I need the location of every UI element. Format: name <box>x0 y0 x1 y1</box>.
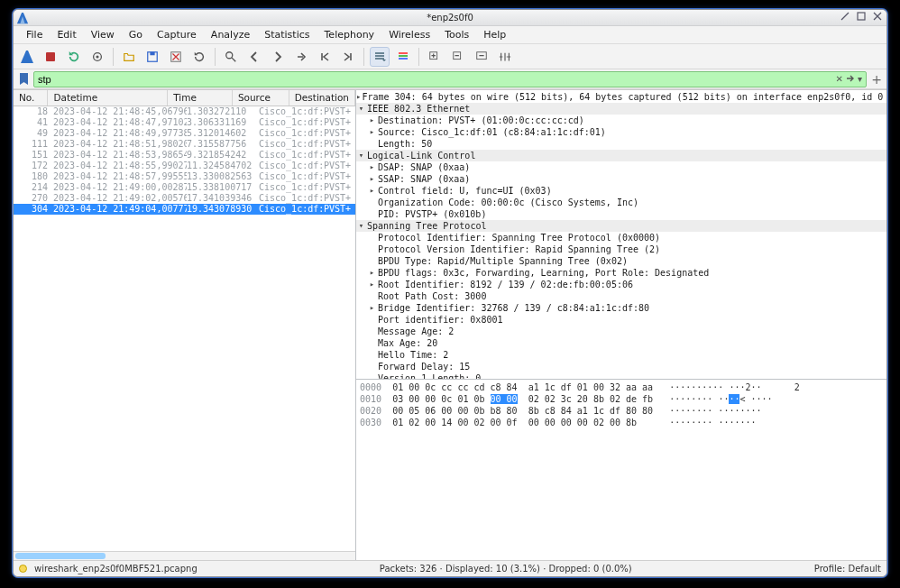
col-header-datetime[interactable]: Datetime <box>48 90 168 106</box>
packet-row[interactable]: 1112023-04-12 21:48:51,9802026…7.3155877… <box>14 139 355 150</box>
menu-telephony[interactable]: Telephony <box>317 27 382 42</box>
collapse-icon[interactable]: ▾ <box>356 221 366 231</box>
tree-stp-protoid[interactable]: Protocol Identifier: Spanning Tree Proto… <box>378 232 660 243</box>
tree-frame[interactable]: Frame 304: 64 bytes on wire (512 bits), … <box>362 91 883 103</box>
go-last-button[interactable] <box>338 47 358 67</box>
titlebar[interactable]: *enp2s0f0 <box>14 10 886 26</box>
go-forward-button[interactable] <box>268 47 288 67</box>
filter-dropdown-icon[interactable]: ▾ <box>858 74 862 84</box>
tree-eth-len[interactable]: Length: 50 <box>378 138 432 150</box>
tree-stp-flags[interactable]: BPDU flags: 0x3c, Forwarding, Learning, … <box>378 267 709 279</box>
tree-llc-dsap[interactable]: DSAP: SNAP (0xaa) <box>378 161 470 173</box>
col-header-time[interactable]: Time <box>168 90 233 106</box>
minimize-button[interactable] <box>840 11 850 22</box>
menu-help[interactable]: Help <box>476 27 513 42</box>
tree-stp-maxage[interactable]: Max Age: 20 <box>378 337 437 349</box>
tree-stp-bridge[interactable]: Bridge Identifier: 32768 / 139 / c8:84:a… <box>378 302 649 314</box>
packet-row[interactable]: 1722023-04-12 21:48:55,9902795…11.324584… <box>14 161 355 171</box>
save-file-button[interactable] <box>142 47 162 67</box>
collapse-icon[interactable]: ▾ <box>356 151 366 161</box>
packet-row[interactable]: 412023-04-12 21:48:47,9710206…3.30633116… <box>14 117 355 128</box>
colorize-button[interactable] <box>393 47 413 67</box>
menu-analyze[interactable]: Analyze <box>204 27 257 42</box>
packet-details-tree[interactable]: ▸Frame 304: 64 bytes on wire (512 bits),… <box>356 90 886 380</box>
menu-statistics[interactable]: Statistics <box>257 27 317 42</box>
packet-list-header[interactable]: No. Datetime Time Source Destination <box>14 90 355 106</box>
bookmark-icon[interactable] <box>17 73 30 86</box>
open-file-button[interactable] <box>119 47 139 67</box>
tree-eth[interactable]: IEEE 802.3 Ethernet <box>367 103 470 115</box>
packet-row[interactable]: 2142023-04-12 21:49:00,0028755…15.338100… <box>14 182 355 193</box>
close-button[interactable] <box>872 11 883 22</box>
filter-apply-icon[interactable] <box>846 74 855 84</box>
capture-options-button[interactable] <box>87 47 107 67</box>
packet-row[interactable]: 492023-04-12 21:48:49,9773895…5.31201460… <box>14 128 355 139</box>
menu-edit[interactable]: Edit <box>50 27 83 42</box>
expand-icon[interactable]: ▸ <box>367 303 377 313</box>
autoscroll-button[interactable] <box>370 47 390 67</box>
tree-stp-msgage[interactable]: Message Age: 2 <box>378 326 454 337</box>
resize-columns-button[interactable] <box>495 47 515 67</box>
packet-list[interactable]: 182023-04-12 21:48:45,0679669…1.30327211… <box>14 106 355 551</box>
expand-icon[interactable]: ▸ <box>356 92 361 102</box>
packet-row[interactable]: 1512023-04-12 21:48:53,9865490…9.3218542… <box>14 150 355 161</box>
packet-list-scrollbar[interactable] <box>14 551 355 560</box>
display-filter-input[interactable] <box>38 74 836 85</box>
col-header-destination[interactable]: Destination <box>289 90 355 106</box>
col-header-source[interactable]: Source <box>233 90 289 106</box>
status-profile[interactable]: Profile: Default <box>814 564 881 574</box>
packet-row[interactable]: 1802023-04-12 21:48:57,9955574…13.330082… <box>14 171 355 182</box>
expert-info-icon[interactable] <box>19 565 27 573</box>
tree-llc-pid[interactable]: PID: PVSTP+ (0x010b) <box>378 208 486 220</box>
zoom-out-button[interactable] <box>448 47 468 67</box>
expand-icon[interactable]: ▸ <box>367 115 377 125</box>
go-first-button[interactable] <box>315 47 335 67</box>
collapse-icon[interactable]: ▾ <box>356 104 366 114</box>
menu-view[interactable]: View <box>84 27 122 42</box>
close-file-button[interactable] <box>166 47 186 67</box>
zoom-reset-button[interactable] <box>472 47 491 67</box>
col-header-no[interactable]: No. <box>14 90 48 106</box>
tree-stp-root[interactable]: Root Identifier: 8192 / 139 / 02:de:fb:0… <box>378 279 633 290</box>
scrollbar-thumb[interactable] <box>15 553 106 559</box>
zoom-in-button[interactable] <box>425 47 445 67</box>
expand-icon[interactable]: ▸ <box>367 280 377 289</box>
tree-llc-ssap[interactable]: SSAP: SNAP (0xaa) <box>378 173 470 185</box>
status-file[interactable]: wireshark_enp2s0f0MBF521.pcapng <box>34 564 197 574</box>
expand-icon[interactable]: ▸ <box>367 174 377 184</box>
tree-eth-dst[interactable]: Destination: PVST+ (01:00:0c:cc:cc:cd) <box>378 115 584 126</box>
menu-tools[interactable]: Tools <box>437 27 476 42</box>
tree-llc-org[interactable]: Organization Code: 00:00:0c (Cisco Syste… <box>378 197 638 208</box>
find-button[interactable] <box>221 47 241 67</box>
packet-row[interactable]: 182023-04-12 21:48:45,0679669…1.30327211… <box>14 106 355 117</box>
expand-icon[interactable]: ▸ <box>367 186 377 196</box>
tree-stp-fd[interactable]: Forward Delay: 15 <box>378 361 470 372</box>
expand-icon[interactable]: ▸ <box>367 162 377 172</box>
maximize-button[interactable] <box>856 11 867 22</box>
add-filter-button[interactable]: + <box>870 72 883 87</box>
expand-icon[interactable]: ▸ <box>367 127 377 137</box>
reload-button[interactable] <box>189 47 209 67</box>
expand-icon[interactable]: ▸ <box>367 268 377 278</box>
menu-file[interactable]: File <box>19 27 50 42</box>
hex-view[interactable]: 0000 01 00 0c cc cc cd c8 84 a1 1c df 01… <box>356 380 886 560</box>
start-capture-button[interactable] <box>17 47 37 67</box>
tree-llc[interactable]: Logical-Link Control <box>367 150 475 161</box>
restart-capture-button[interactable] <box>64 47 84 67</box>
tree-stp-bpdu[interactable]: BPDU Type: Rapid/Multiple Spanning Tree … <box>378 255 628 267</box>
menu-capture[interactable]: Capture <box>150 27 204 42</box>
tree-eth-src[interactable]: Source: Cisco_1c:df:01 (c8:84:a1:1c:df:0… <box>378 126 606 138</box>
go-back-button[interactable] <box>244 47 264 67</box>
tree-stp-hello[interactable]: Hello Time: 2 <box>378 349 448 361</box>
tree-stp-port[interactable]: Port identifier: 0x8001 <box>378 314 502 326</box>
tree-stp-v1len[interactable]: Version 1 Length: 0 <box>378 372 481 380</box>
filter-clear-icon[interactable]: ✕ <box>836 74 843 84</box>
tree-llc-ctl[interactable]: Control field: U, func=UI (0x03) <box>378 185 552 197</box>
go-to-packet-button[interactable] <box>291 47 311 67</box>
packet-row[interactable]: 3042023-04-12 21:49:04,0077737…19.343078… <box>14 204 355 215</box>
packet-row[interactable]: 2702023-04-12 21:49:02,0057693…17.341039… <box>14 193 355 204</box>
stop-capture-button[interactable] <box>41 47 60 67</box>
tree-stp[interactable]: Spanning Tree Protocol <box>367 220 486 232</box>
tree-stp-ver[interactable]: Protocol Version Identifier: Rapid Spann… <box>378 243 660 255</box>
menu-wireless[interactable]: Wireless <box>381 27 437 42</box>
